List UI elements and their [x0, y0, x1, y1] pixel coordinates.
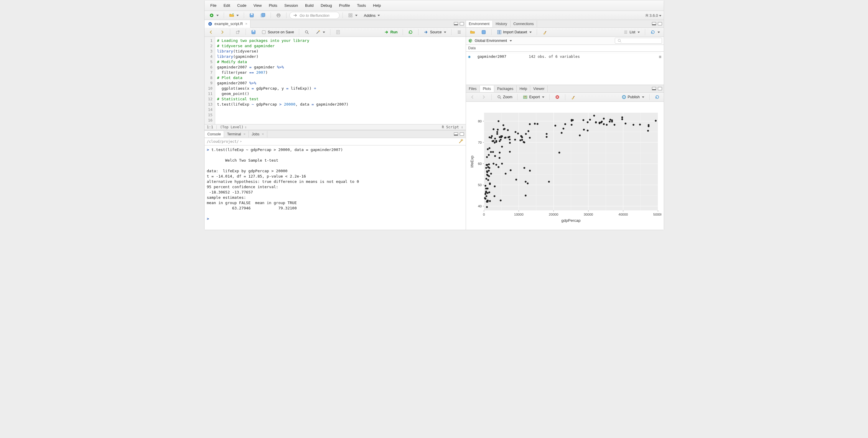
svg-point-80	[488, 192, 490, 193]
menu-profile[interactable]: Profile	[336, 2, 353, 9]
minimize-icon[interactable]	[454, 22, 458, 25]
zoom-button[interactable]: Zoom	[495, 93, 515, 100]
refresh-env-button[interactable]	[648, 29, 662, 36]
source-label: Source	[430, 30, 442, 34]
maximize-icon[interactable]	[658, 22, 662, 25]
env-scope-label[interactable]: Global Environment	[475, 39, 507, 43]
clear-env-button[interactable]	[540, 29, 549, 36]
notebook-button[interactable]	[333, 29, 343, 36]
tab-jobs[interactable]: Jobs×	[249, 131, 267, 138]
minimize-icon[interactable]	[652, 87, 656, 90]
menu-plots[interactable]: Plots	[266, 2, 280, 9]
svg-point-94	[485, 167, 487, 169]
send-icon[interactable]: ➤	[240, 140, 242, 144]
menu-build[interactable]: Build	[302, 2, 316, 9]
menu-help[interactable]: Help	[370, 2, 384, 9]
svg-rect-4	[262, 13, 265, 17]
tab-terminal[interactable]: Terminal×	[224, 131, 249, 138]
print-button[interactable]	[274, 12, 283, 19]
addins-menu[interactable]: Addins	[361, 12, 383, 19]
refresh-plot-button[interactable]	[653, 93, 662, 100]
menu-tools[interactable]: Tools	[354, 2, 369, 9]
minimize-icon[interactable]	[454, 133, 458, 136]
maximize-icon[interactable]	[460, 133, 464, 136]
svg-point-92	[501, 146, 503, 147]
tab-environment[interactable]: Environment	[466, 21, 493, 27]
svg-point-72	[485, 185, 486, 187]
search-icon	[617, 38, 622, 43]
popout-button[interactable]	[233, 29, 243, 36]
wand-button[interactable]	[313, 29, 327, 36]
save-source-button[interactable]	[249, 29, 258, 36]
svg-point-151	[487, 174, 488, 176]
export-button[interactable]: Export	[521, 93, 546, 100]
menu-view[interactable]: View	[250, 2, 265, 9]
open-file-button[interactable]	[227, 12, 241, 19]
tab-files[interactable]: Files	[466, 86, 480, 92]
goto-file-input[interactable]: Go to file/function	[289, 12, 340, 19]
grid-view-button[interactable]	[346, 12, 360, 19]
import-dataset-label: Import Dataset	[503, 30, 527, 34]
tab-plots[interactable]: Plots	[480, 86, 494, 92]
source-tab[interactable]: R example_script.R ×	[205, 20, 251, 28]
find-button[interactable]	[302, 29, 312, 36]
maximize-icon[interactable]	[460, 22, 464, 25]
source-arrow-icon	[424, 29, 429, 35]
tab-help[interactable]: Help	[517, 86, 530, 92]
arrow-left-icon	[470, 94, 475, 100]
menu-edit[interactable]: Edit	[220, 2, 233, 9]
console-output[interactable]: > t.test(lifeExp ~ gdpPercap > 20000, da…	[205, 145, 466, 230]
file-type-label[interactable]: R Script	[442, 125, 459, 129]
save-button[interactable]	[247, 12, 256, 19]
env-scope-bar: Global Environment	[466, 37, 664, 45]
tab-connections[interactable]: Connections	[510, 21, 537, 27]
save-all-button[interactable]	[258, 12, 268, 19]
maximize-icon[interactable]	[658, 87, 662, 90]
svg-point-127	[488, 167, 490, 169]
run-button[interactable]: Run	[382, 29, 400, 36]
scope-label[interactable]: (Top Level)	[220, 125, 243, 129]
minimize-icon[interactable]	[652, 22, 656, 25]
source-tab-close[interactable]: ×	[245, 22, 247, 26]
svg-point-150	[494, 155, 496, 157]
tab-packages[interactable]: Packages	[494, 86, 517, 92]
source-on-save-toggle[interactable]: Source on Save	[260, 29, 296, 35]
svg-point-89	[504, 137, 506, 139]
svg-point-165	[509, 142, 511, 144]
import-dataset-button[interactable]: Import Dataset	[495, 29, 534, 36]
back-button[interactable]	[206, 29, 216, 36]
menu-file[interactable]: File	[208, 2, 220, 9]
r-version-picker[interactable]: R 3.6.0	[646, 13, 661, 18]
svg-point-133	[494, 185, 495, 187]
plot-next-button[interactable]	[479, 93, 488, 100]
env-search-input[interactable]	[615, 38, 662, 43]
code-editor[interactable]: 12345678910111213141516 # Loading two pa…	[205, 37, 466, 124]
plot-prev-button[interactable]	[468, 93, 477, 100]
tab-console[interactable]: Console	[205, 131, 224, 138]
remove-plot-button[interactable]	[553, 93, 562, 100]
new-file-button[interactable]	[207, 12, 221, 19]
svg-point-113	[523, 167, 525, 169]
svg-point-20	[320, 32, 320, 32]
list-view-button[interactable]: List	[621, 29, 642, 36]
tab-viewer[interactable]: Viewer	[530, 86, 548, 92]
source-button[interactable]: Source	[422, 29, 448, 36]
svg-rect-23	[482, 30, 486, 34]
rerun-button[interactable]	[406, 29, 415, 36]
menu-session[interactable]: Session	[281, 2, 301, 9]
clear-plots-button[interactable]	[568, 93, 578, 100]
svg-point-57	[485, 198, 486, 200]
menu-code[interactable]: Code	[234, 2, 249, 9]
menu-debug[interactable]: Debug	[318, 2, 335, 9]
outline-button[interactable]	[455, 29, 464, 36]
tab-history[interactable]: History	[493, 21, 510, 27]
forward-button[interactable]	[218, 29, 227, 36]
clear-console-icon[interactable]	[458, 139, 463, 144]
source-tab-title: example_script.R	[215, 22, 243, 26]
env-item[interactable]: ◉gapminder2007142 obs. of 6 variables▦	[468, 53, 661, 60]
remove-icon	[555, 94, 560, 100]
save-workspace-button[interactable]	[479, 29, 488, 36]
svg-point-120	[593, 115, 595, 117]
load-workspace-button[interactable]	[468, 29, 477, 36]
publish-button[interactable]: Publish	[619, 93, 646, 100]
